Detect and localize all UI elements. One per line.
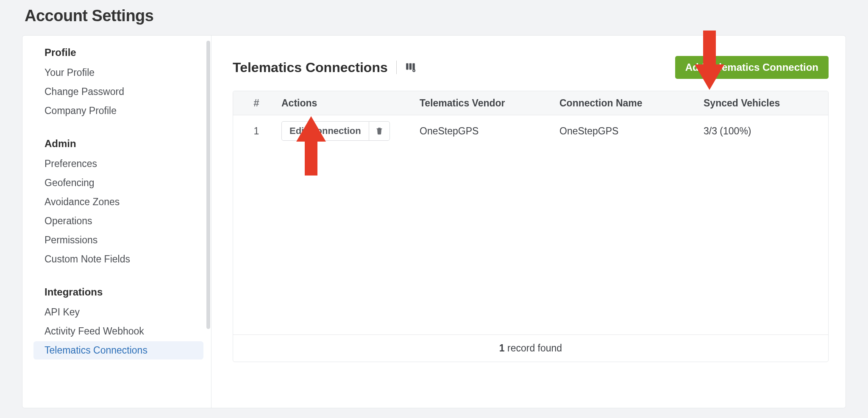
column-header-actions: Actions [280,98,420,109]
sidebar-item-your-profile[interactable]: Your Profile [33,64,203,82]
table-footer: 1 record found [233,334,828,362]
column-header-connection-name: Connection Name [559,98,704,109]
main-header: Telematics Connections Add Telematics Co… [233,56,829,79]
record-count: 1 [499,343,505,354]
sidebar-item-geofencing[interactable]: Geofencing [33,174,203,192]
cell-connection-name: OneStepGPS [559,125,704,137]
svg-rect-0 [406,63,408,70]
columns-settings-icon[interactable] [405,62,416,73]
svg-rect-1 [409,63,411,70]
sidebar-section-admin: Admin [33,136,203,151]
sidebar: Profile Your Profile Change Password Com… [22,36,211,408]
edit-connection-button[interactable]: Edit Connection [281,121,369,141]
svg-point-4 [413,70,415,71]
svg-rect-2 [412,63,415,70]
delete-connection-button[interactable] [369,121,390,141]
trash-icon [375,126,384,137]
sidebar-item-change-password[interactable]: Change Password [33,83,203,101]
record-suffix: record found [505,343,562,354]
sidebar-item-api-key[interactable]: API Key [33,303,203,321]
sidebar-item-operations[interactable]: Operations [33,212,203,230]
svg-rect-5 [376,128,382,129]
settings-panel: Profile Your Profile Change Password Com… [22,35,846,408]
scrollbar-thumb[interactable] [206,41,210,329]
row-number: 1 [233,125,280,137]
sidebar-item-telematics-connections[interactable]: Telematics Connections [33,341,203,359]
cell-synced-vehicles: 3/3 (100%) [704,125,828,137]
column-header-vendor: Telematics Vendor [420,98,559,109]
connections-table: # Actions Telematics Vendor Connection N… [233,91,829,362]
table-row: 1 Edit Connection [233,115,828,147]
sidebar-item-preferences[interactable]: Preferences [33,155,203,173]
sidebar-item-custom-note-fields[interactable]: Custom Note Fields [33,250,203,268]
sidebar-item-company-profile[interactable]: Company Profile [33,102,203,120]
column-header-number: # [253,97,259,109]
sidebar-section-integrations: Integrations [33,284,203,300]
add-telematics-connection-button[interactable]: Add Telematics Connection [675,56,829,79]
page-title: Account Settings [22,0,846,35]
table-header-row: # Actions Telematics Vendor Connection N… [233,91,828,115]
sidebar-scrollbar[interactable] [205,36,211,408]
sidebar-item-activity-feed-webhook[interactable]: Activity Feed Webhook [33,322,203,340]
cell-vendor: OneStepGPS [420,125,559,137]
main-title: Telematics Connections [233,60,388,75]
column-header-synced-vehicles: Synced Vehicles [704,98,828,109]
main-content: Telematics Connections Add Telematics Co… [211,36,846,408]
sidebar-section-profile: Profile [33,45,203,60]
divider [396,61,397,74]
sidebar-item-avoidance-zones[interactable]: Avoidance Zones [33,193,203,211]
sidebar-item-permissions[interactable]: Permissions [33,231,203,249]
